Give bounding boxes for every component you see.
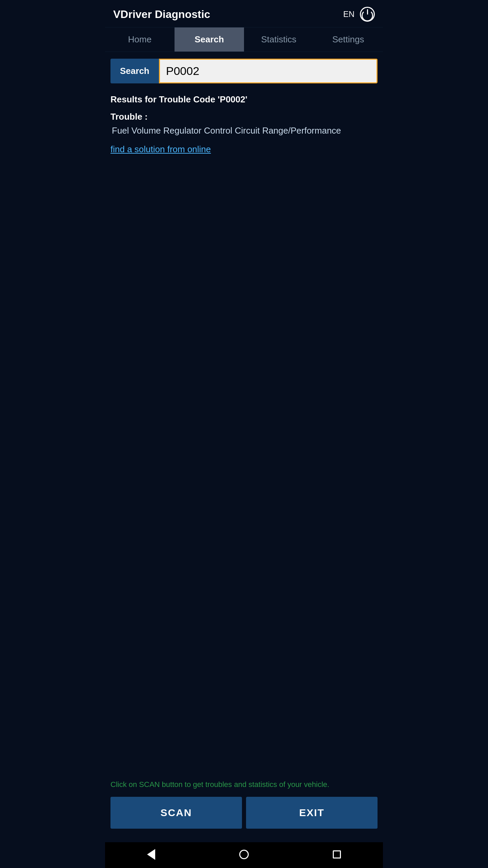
tab-bar: Home Search Statistics Settings <box>105 27 383 52</box>
footer-section: Click on SCAN button to get troubles and… <box>105 773 383 842</box>
find-solution-link[interactable]: find a solution from online <box>110 144 211 155</box>
nav-home-button[interactable] <box>239 850 249 859</box>
footer-buttons: SCAN EXIT <box>110 797 378 829</box>
lang-label[interactable]: EN <box>343 9 354 19</box>
app-header: VDriver Diagnostic EN <box>105 0 383 27</box>
trouble-description: Fuel Volume Regulator Control Circuit Ra… <box>110 125 378 136</box>
nav-back-button[interactable] <box>147 849 155 860</box>
search-row: Search <box>110 59 378 83</box>
results-title: Results for Trouble Code 'P0002' <box>110 94 378 105</box>
android-nav-bar <box>105 842 383 868</box>
search-input[interactable] <box>159 59 378 83</box>
search-button[interactable]: Search <box>110 59 159 83</box>
nav-recent-button[interactable] <box>333 850 341 859</box>
power-icon[interactable] <box>360 7 375 22</box>
trouble-label: Trouble : <box>110 112 378 122</box>
tab-search[interactable]: Search <box>175 27 244 52</box>
header-right: EN <box>343 7 375 22</box>
results-section: Results for Trouble Code 'P0002' Trouble… <box>105 89 383 160</box>
search-section: Search <box>105 52 383 89</box>
footer-hint: Click on SCAN button to get troubles and… <box>110 780 378 790</box>
tab-statistics[interactable]: Statistics <box>244 27 313 52</box>
exit-button[interactable]: EXIT <box>246 797 378 829</box>
scan-button[interactable]: SCAN <box>110 797 242 829</box>
tab-home[interactable]: Home <box>105 27 175 52</box>
tab-settings[interactable]: Settings <box>313 27 383 52</box>
app-title: VDriver Diagnostic <box>113 8 210 21</box>
